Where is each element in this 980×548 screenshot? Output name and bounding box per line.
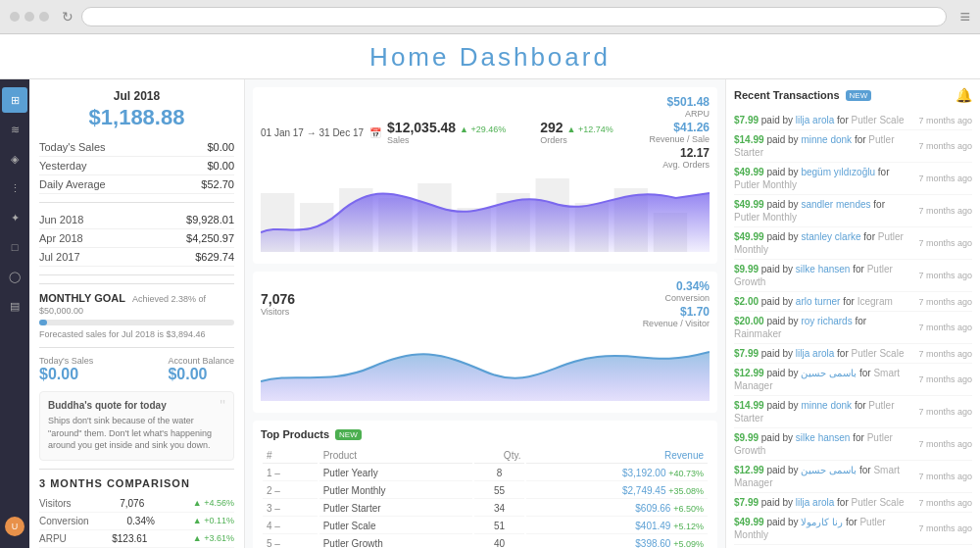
- quote-icon: ": [220, 398, 225, 416]
- browser-dot-yellow: [24, 12, 34, 22]
- table-row: 5 – Putler Growth 40 $398.60 +5.09%: [263, 536, 708, 548]
- products-title: Top Products: [261, 428, 329, 440]
- transactions-title: Recent Transactions: [734, 89, 840, 101]
- list-item: $49.99 paid by begüm yıldızoğlu for Putl…: [734, 163, 972, 195]
- products-header: Top Products NEW: [261, 428, 710, 440]
- comparison-row: Conversion 0.34% ▲ +0.11%: [39, 513, 234, 530]
- sales-metric: $12,035.48 ▲ +29.46% Sales: [387, 120, 506, 145]
- products-table-header: # Product Qty. Revenue: [263, 448, 708, 464]
- sidebar-item-tag[interactable]: ◈: [2, 146, 27, 172]
- sidebar-item-report[interactable]: ▤: [2, 293, 27, 319]
- products-section: Top Products NEW # Product Qty. Revenue …: [253, 421, 717, 548]
- quote-title: Buddha's quote for today: [48, 400, 225, 411]
- goal-bar-bg: [39, 320, 234, 325]
- stats-row: Daily Average$52.70: [39, 175, 234, 194]
- today-sales-label: Today's Sales: [39, 356, 93, 366]
- visitors-chart: [261, 332, 710, 401]
- comparison-container: Visitors 7,076 ▲ +4.56% Conversion 0.34%…: [39, 495, 234, 548]
- list-item: $9.99 paid by silke hansen for Putler Gr…: [734, 260, 972, 292]
- sales-change: ▲ +29.46%: [460, 125, 506, 134]
- calendar-icon[interactable]: 📅: [369, 127, 381, 138]
- url-bar[interactable]: [81, 7, 947, 26]
- conversion-label: Conversion: [643, 293, 710, 303]
- quote-box: Buddha's quote for today " Ships don't s…: [39, 391, 234, 461]
- transactions-badge: NEW: [846, 90, 872, 101]
- avg-orders-value: 12.17: [649, 146, 710, 160]
- list-item: $2.00 paid by arlo turner for Icegram 7 …: [734, 292, 972, 312]
- rev-sale-label: Revenue / Sale: [649, 134, 710, 144]
- monthly-goal-title: MONTHLY GOAL Achieved 2.38% of $50,000.0…: [39, 292, 234, 316]
- col-revenue: Revenue: [526, 448, 708, 464]
- main-layout: ⊞ ≋ ◈ ⋮ ✦ □ ◯ ▤ U Jul 2018 $1,188.88 Tod…: [0, 79, 980, 548]
- list-item: $20.00 paid by roy richards for Rainmake…: [734, 312, 972, 344]
- side-metrics: $501.48 ARPU $41.26 Revenue / Sale 12.17…: [649, 95, 710, 170]
- left-panel: Jul 2018 $1,188.88 Today's Sales$0.00Yes…: [29, 79, 245, 548]
- sidebar-item-mail[interactable]: □: [2, 234, 27, 260]
- stats-row: Yesterday$0.00: [39, 157, 234, 175]
- list-item: $7.99 paid by lilja arola for Putler Sca…: [734, 493, 972, 513]
- rev-visitor-value: $1.70: [643, 305, 710, 319]
- list-item: $14.99 paid by minne donk for Putler Sta…: [734, 396, 972, 428]
- transactions-container: $7.99 paid by lilja arola for Putler Sca…: [734, 111, 972, 548]
- browser-chrome: ↻ ≡: [0, 0, 980, 34]
- sidebar-item-users[interactable]: ⋮: [2, 175, 27, 201]
- sales-value: $12,035.48: [387, 120, 460, 135]
- list-item: $12.99 paid by باسمی حسین for Smart Mana…: [734, 364, 972, 396]
- visitors-value: 7,076: [261, 291, 295, 307]
- right-panel: Recent Transactions NEW 🔔 $7.99 paid by …: [725, 79, 980, 548]
- arpu-value: $501.48: [649, 95, 710, 109]
- middle-panel: 01 Jan 17 → 31 Dec 17 📅 $12,035.48 ▲ +29…: [245, 79, 725, 548]
- table-row: 4 – Putler Scale 51 $401.49 +5.12%: [263, 519, 708, 534]
- quote-text: Ships don't sink because of the water "a…: [48, 415, 225, 452]
- list-item: $49.99 paid by stanley clarke for Putler…: [734, 227, 972, 260]
- sales-label: Sales: [387, 135, 506, 145]
- rev-sale-value: $41.26: [649, 121, 710, 134]
- list-item: $7.99 paid by lilja arola for Putler Sca…: [734, 111, 972, 130]
- sales-chart: [261, 174, 710, 252]
- comparison-row: ARPU $123.61 ▲ +3.61%: [39, 530, 234, 548]
- past-revenue-row: Jun 2018$9,928.01: [39, 211, 234, 229]
- avg-orders-label: Avg. Orders: [649, 160, 710, 170]
- forecast-text: Forecasted sales for Jul 2018 is $3,894.…: [39, 329, 234, 339]
- products-badge: NEW: [335, 429, 362, 440]
- goal-bar-fill: [39, 320, 47, 325]
- orders-metric: 292 ▲ +12.74% Orders: [540, 120, 612, 145]
- top-chart-area: 01 Jan 17 → 31 Dec 17 📅 $12,035.48 ▲ +29…: [253, 87, 717, 264]
- sidebar-bottom: U: [5, 517, 24, 540]
- sidebar-item-chart[interactable]: ≋: [2, 117, 27, 142]
- divider-4: [39, 469, 234, 470]
- orders-value: 292: [540, 120, 566, 135]
- sidebar-item-home[interactable]: ⊞: [2, 87, 27, 113]
- table-row: 3 – Putler Starter 34 $609.66 +6.50%: [263, 501, 708, 517]
- visitors-metric: 7,076 Visitors: [261, 291, 295, 317]
- today-sales-box: Today's Sales $0.00 Account Balance $0.0…: [39, 356, 234, 383]
- sidebar: ⊞ ≋ ◈ ⋮ ✦ □ ◯ ▤ U: [0, 79, 29, 548]
- comparison-row: Visitors 7,076 ▲ +4.56%: [39, 495, 234, 513]
- arpu-label: ARPU: [649, 109, 710, 119]
- account-balance-item: Account Balance $0.00: [168, 356, 234, 383]
- sidebar-item-settings[interactable]: ✦: [2, 205, 27, 230]
- refresh-icon[interactable]: ↻: [62, 9, 74, 25]
- past-revenue-row: Jul 2017$629.74: [39, 248, 234, 267]
- sidebar-item-group[interactable]: ◯: [2, 264, 27, 289]
- month-label: Jul 2018: [39, 89, 234, 103]
- divider-2: [39, 283, 234, 284]
- table-row: 1 – Putler Yearly 8 $3,192.00 +40.73%: [263, 466, 708, 481]
- divider-1: [39, 274, 234, 275]
- list-item: $49.99 paid by رنا کارمولا for Putler Mo…: [734, 513, 972, 545]
- col-qty: Qty.: [474, 448, 525, 464]
- transactions-header: Recent Transactions NEW 🔔: [734, 87, 972, 103]
- list-item: $9.99 paid by silke hansen for Putler Gr…: [734, 428, 972, 461]
- col-product: Product: [319, 448, 472, 464]
- past-revenue-row: Apr 2018$4,250.97: [39, 229, 234, 248]
- orders-change: ▲ +12.74%: [567, 125, 613, 134]
- avatar[interactable]: U: [5, 517, 24, 536]
- today-sales-value: $0.00: [39, 366, 93, 383]
- date-range: 01 Jan 17 → 31 Dec 17: [261, 127, 364, 138]
- bell-icon[interactable]: 🔔: [956, 87, 972, 103]
- comparison-title: 3 MONTHS COMPARISON: [39, 477, 234, 489]
- stats-container: Today's Sales$0.00Yesterday$0.00Daily Av…: [39, 138, 234, 194]
- menu-icon[interactable]: ≡: [959, 7, 970, 27]
- visitors-chart-area: 7,076 Visitors 0.34% Conversion $1.70 Re…: [253, 272, 717, 413]
- divider-1a: [39, 202, 234, 203]
